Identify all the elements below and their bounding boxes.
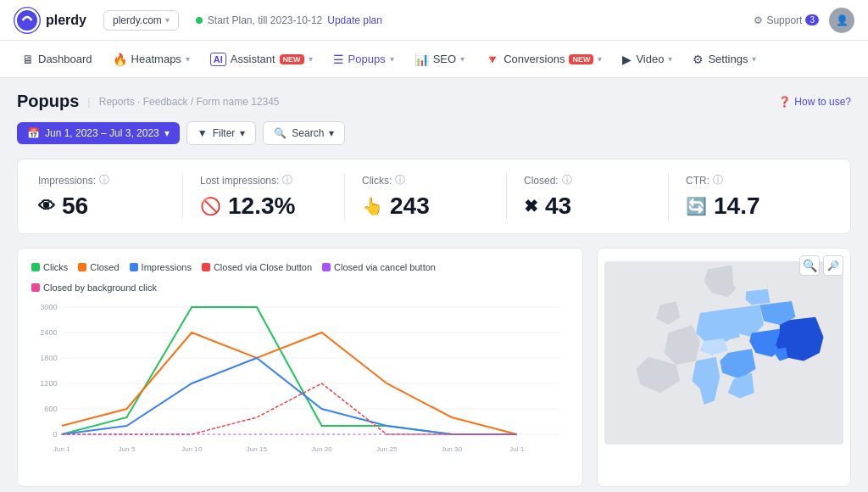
stat-lost-value: 🚫 12.3%	[200, 193, 327, 220]
svg-text:0: 0	[53, 430, 58, 439]
title-separator: |	[87, 95, 90, 108]
stat-closed-value: ✖ 43	[524, 193, 651, 220]
chevron-down-icon: ▾	[309, 54, 313, 64]
conversions-new-badge: NEW	[569, 54, 593, 64]
svg-text:Jun 10: Jun 10	[181, 445, 203, 453]
map-card: 🔍 🔎	[597, 248, 851, 487]
legend-closed: Closed	[78, 262, 119, 272]
plerdy-logo-icon	[14, 7, 41, 34]
info-icon[interactable]: ⓘ	[282, 173, 292, 187]
impressions-label-text: Impressions:	[38, 175, 96, 187]
nav-item-conversions[interactable]: 🔻 Conversions NEW ▾	[476, 48, 610, 71]
map-zoom-out-button[interactable]: 🔎	[823, 255, 843, 276]
topbar-right: ⚙ Support 3 👤	[754, 8, 854, 33]
plan-status-dot	[196, 17, 203, 24]
logo-text: plerdy	[46, 13, 86, 28]
stat-impressions-value: 👁 56	[38, 193, 165, 220]
legend-close-button: Closed via Close button	[202, 262, 312, 272]
chevron-down-icon: ▾	[390, 54, 394, 64]
closed-icon: ✖	[524, 196, 538, 216]
info-icon[interactable]: ⓘ	[395, 173, 405, 187]
search-icon: 🔍	[274, 127, 287, 139]
stat-ctr-label: CTR: ⓘ	[686, 173, 813, 187]
chevron-down-icon: ▾	[240, 127, 245, 139]
legend-dot-impressions	[130, 263, 138, 271]
filter-label: Filter	[213, 127, 236, 139]
map-zoom-in-button[interactable]: 🔍	[799, 255, 820, 276]
domain-selector[interactable]: plerdy.com ▾	[103, 10, 179, 31]
dashboard-icon: 🖥	[22, 53, 34, 66]
legend-close-button-label: Closed via Close button	[214, 262, 312, 272]
nav-item-seo[interactable]: 📊 SEO ▾	[406, 48, 473, 71]
user-avatar[interactable]: 👤	[829, 8, 854, 33]
nav-heatmaps-label: Heatmaps	[131, 53, 181, 65]
question-icon: ❓	[778, 96, 791, 108]
ctr-icon: 🔄	[686, 196, 707, 216]
how-to-use-label: How to use?	[794, 96, 851, 108]
filter-bar: 📅 Jun 1, 2023 – Jul 3, 2023 ▾ ▼ Filter ▾…	[17, 121, 851, 145]
nav-item-dashboard[interactable]: 🖥 Dashboard	[14, 48, 101, 71]
legend-dot-background-click	[31, 283, 40, 292]
svg-text:Jun 15: Jun 15	[247, 445, 268, 453]
info-icon[interactable]: ⓘ	[562, 173, 572, 187]
nav-item-video[interactable]: ▶ Video ▾	[614, 48, 681, 71]
svg-text:Jul 1: Jul 1	[509, 445, 525, 453]
seo-icon: 📊	[415, 53, 429, 66]
search-button[interactable]: 🔍 Search ▾	[263, 121, 345, 145]
stat-clicks: Clicks: ⓘ 👆 243	[345, 173, 507, 220]
chevron-down-icon: ▾	[186, 54, 190, 64]
navbar: 🖥 Dashboard 🔥 Heatmaps ▾ AI Assistant NE…	[0, 41, 868, 78]
legend-clicks: Clicks	[31, 262, 68, 272]
conversions-icon: 🔻	[485, 53, 499, 66]
clicks-number: 243	[390, 193, 430, 220]
legend-dot-clicks	[31, 263, 40, 271]
nav-conversions-label: Conversions	[504, 53, 565, 65]
nav-item-popups[interactable]: ☰ Popups ▾	[325, 48, 403, 71]
page-title: Popups	[17, 92, 79, 111]
nav-item-assistant[interactable]: AI Assistant NEW ▾	[202, 48, 321, 71]
svg-text:Jun 30: Jun 30	[442, 445, 463, 453]
legend-closed-label: Closed	[90, 262, 119, 272]
svg-text:Jun 20: Jun 20	[311, 445, 332, 453]
svg-text:Jun 5: Jun 5	[118, 445, 135, 453]
europe-map	[604, 255, 843, 450]
map-svg	[604, 255, 843, 450]
nav-item-heatmaps[interactable]: 🔥 Heatmaps ▾	[104, 48, 198, 71]
ctr-label-text: CTR:	[686, 175, 709, 187]
lost-number: 12.3%	[228, 193, 295, 220]
legend-cancel-button: Closed via cancel button	[322, 262, 436, 272]
chevron-down-icon: ▾	[164, 127, 170, 139]
chart-legend: Clicks Closed Impressions Closed via Clo…	[31, 262, 569, 293]
legend-background-click-label: Closed by background click	[43, 282, 157, 293]
how-to-use-link[interactable]: ❓ How to use?	[778, 96, 851, 108]
assistant-new-badge: NEW	[280, 54, 304, 64]
chevron-down-icon: ▾	[165, 15, 170, 25]
line-chart: 3000 2400 1800 1200 600 0	[31, 303, 569, 472]
svg-text:2400: 2400	[40, 328, 57, 337]
stat-clicks-value: 👆 243	[362, 193, 489, 220]
popups-icon: ☰	[333, 53, 344, 66]
legend-impressions-label: Impressions	[142, 262, 192, 272]
support-button[interactable]: ⚙ Support 3	[754, 14, 819, 26]
chevron-down-icon: ▾	[668, 54, 672, 64]
page-header: Popups | Reports · Feedback / Form name …	[17, 92, 851, 111]
update-plan-link[interactable]: Update plan	[327, 14, 382, 26]
search-label: Search	[292, 127, 324, 139]
stat-ctr-value: 🔄 14.7	[686, 193, 813, 220]
page-content: Popups | Reports · Feedback / Form name …	[0, 78, 868, 492]
filter-button[interactable]: ▼ Filter ▾	[186, 121, 257, 145]
nav-item-settings[interactable]: ⚙ Settings ▾	[684, 48, 765, 71]
date-range-label: Jun 1, 2023 – Jul 3, 2023	[45, 127, 159, 139]
support-label: Support	[766, 14, 802, 26]
info-icon[interactable]: ⓘ	[713, 173, 723, 187]
filter-icon: ▼	[198, 127, 208, 139]
clicks-label-text: Clicks:	[362, 175, 392, 187]
breadcrumb: Reports · Feedback / Form name 12345	[99, 96, 280, 108]
settings-icon: ⚙	[693, 53, 704, 66]
nav-dashboard-label: Dashboard	[38, 53, 92, 65]
svg-text:1800: 1800	[40, 354, 57, 362]
plan-badge: Start Plan, till 2023-10-12 Update plan	[196, 14, 382, 26]
chevron-down-icon: ▾	[329, 127, 334, 139]
info-icon[interactable]: ⓘ	[99, 173, 109, 187]
date-range-button[interactable]: 📅 Jun 1, 2023 – Jul 3, 2023 ▾	[17, 122, 180, 144]
